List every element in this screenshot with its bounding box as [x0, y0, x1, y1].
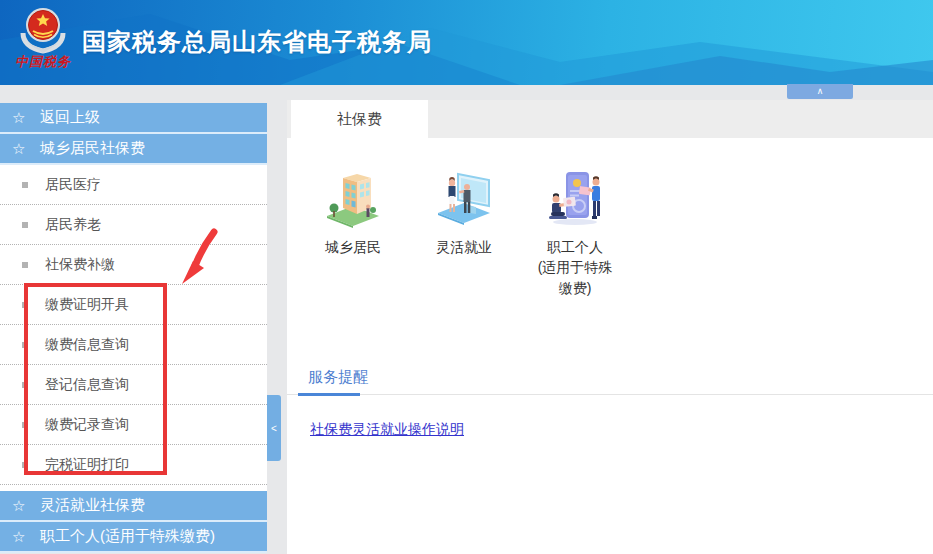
- sidebar-item-label: 缴费信息查询: [45, 336, 129, 354]
- bullet-icon: [22, 262, 28, 268]
- card-urban-rural-residents[interactable]: 城乡居民: [310, 166, 396, 298]
- sidebar-item-label: 居民养老: [45, 216, 101, 234]
- tax-bureau-logo: 中国税务: [8, 3, 78, 71]
- sidebar-item-return-upper[interactable]: ☆ 返回上级: [0, 103, 267, 134]
- sidebar-item-urban-rural-social-fee[interactable]: ☆ 城乡居民社保费: [0, 134, 267, 165]
- sidebar-item-resident-medical[interactable]: 居民医疗: [0, 165, 267, 205]
- sidebar-item-label: 城乡居民社保费: [40, 139, 145, 158]
- star-icon: ☆: [12, 529, 25, 544]
- sidebar-item-payment-record-query[interactable]: 缴费记录查询: [0, 405, 267, 445]
- entry-cards: 城乡居民 灵活就业: [287, 138, 933, 298]
- active-tab-underline: [298, 393, 360, 396]
- phone-people-icon: [543, 166, 607, 230]
- sidebar-item-label: 职工个人(适用于特殊缴费): [40, 527, 215, 546]
- bullet-icon: [22, 302, 28, 308]
- sidebar-item-label: 缴费记录查询: [45, 416, 129, 434]
- logo-caption: 中国税务: [8, 53, 78, 71]
- card-label: 灵活就业: [421, 237, 507, 257]
- sidebar-item-label: 返回上级: [40, 108, 100, 127]
- sidebar-item-label: 登记信息查询: [45, 376, 129, 394]
- sidebar-item-label: 灵活就业社保费: [40, 496, 145, 515]
- sidebar-item-payment-certificate-issue[interactable]: 缴费证明开具: [0, 285, 267, 325]
- monitor-people-icon: [432, 166, 496, 230]
- card-label: 职工个人 (适用于特殊 缴费): [532, 237, 618, 298]
- sidebar-item-registration-info-query[interactable]: 登记信息查询: [0, 365, 267, 405]
- sidebar-menu: ☆ 返回上级 ☆ 城乡居民社保费 居民医疗 居民养老 社保费补缴 缴费证明开具 …: [0, 103, 267, 553]
- main-panel: 社保费 城乡: [287, 100, 933, 554]
- tab-bar: 社保费: [287, 100, 933, 138]
- sidebar-item-tax-paid-certificate-print[interactable]: 完税证明打印: [0, 445, 267, 485]
- sidebar-item-label: 完税证明打印: [45, 456, 129, 474]
- bullet-icon: [22, 462, 28, 468]
- flexible-employment-guide-link[interactable]: 社保费灵活就业操作说明: [310, 421, 464, 439]
- sidebar-item-fee-supplement[interactable]: 社保费补缴: [0, 245, 267, 285]
- tax-emblem-icon: [17, 3, 69, 55]
- card-employee-individual[interactable]: 职工个人 (适用于特殊 缴费): [532, 166, 618, 298]
- bullet-icon: [22, 382, 28, 388]
- service-tab-row: 服务提醒: [287, 366, 933, 395]
- star-icon: ☆: [12, 110, 25, 125]
- sidebar-item-flexible-employment-fee[interactable]: ☆ 灵活就业社保费: [0, 491, 267, 522]
- building-icon: [321, 166, 385, 230]
- service-reminder-section: 服务提醒 社保费灵活就业操作说明: [287, 366, 933, 439]
- bullet-icon: [22, 222, 28, 228]
- sidebar-item-resident-pension[interactable]: 居民养老: [0, 205, 267, 245]
- star-icon: ☆: [12, 498, 25, 513]
- card-flexible-employment[interactable]: 灵活就业: [421, 166, 507, 298]
- collapse-sidebar-button[interactable]: <: [267, 395, 281, 461]
- star-icon: ☆: [12, 141, 25, 156]
- bullet-icon: [22, 422, 28, 428]
- tab-service-reminder[interactable]: 服务提醒: [308, 366, 368, 387]
- bullet-icon: [22, 182, 28, 188]
- sidebar-item-label: 社保费补缴: [45, 256, 115, 274]
- card-label: 城乡居民: [310, 237, 396, 257]
- page-title: 国家税务总局山东省电子税务局: [82, 26, 432, 58]
- header: 中国税务 国家税务总局山东省电子税务局: [0, 0, 933, 85]
- sidebar-item-employee-individual[interactable]: ☆ 职工个人(适用于特殊缴费): [0, 522, 267, 553]
- bullet-icon: [22, 342, 28, 348]
- collapse-header-button[interactable]: ∧: [787, 84, 853, 99]
- sidebar-item-payment-info-query[interactable]: 缴费信息查询: [0, 325, 267, 365]
- sidebar-item-label: 居民医疗: [45, 176, 101, 194]
- sidebar-item-label: 缴费证明开具: [45, 296, 129, 314]
- tab-social-insurance-fee[interactable]: 社保费: [291, 100, 428, 138]
